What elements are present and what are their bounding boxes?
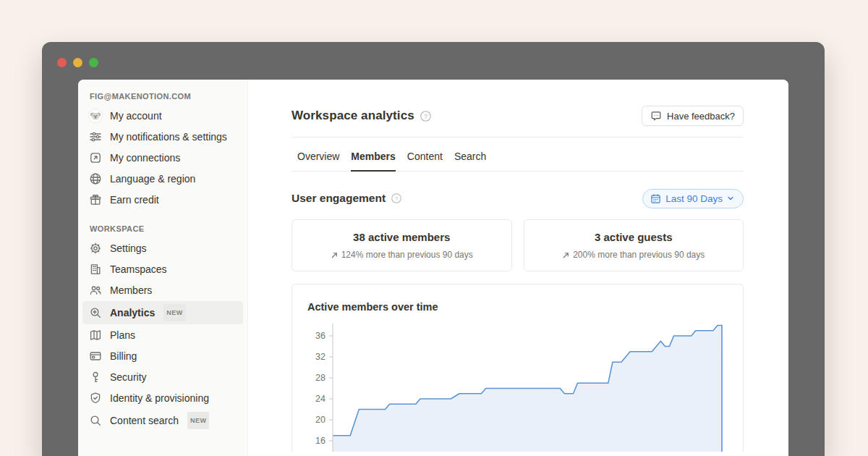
shield-check-icon: [88, 391, 103, 405]
minimize-button[interactable]: [73, 58, 82, 67]
new-badge: NEW: [163, 304, 186, 321]
koala-avatar-icon: [88, 109, 103, 123]
stat-value: 3 active guests: [532, 230, 736, 245]
sidebar-item-label: Settings: [110, 241, 147, 256]
tab-content[interactable]: Content: [407, 138, 443, 172]
sliders-icon: [88, 130, 103, 144]
account-menu: My accountMy notifications & settingsMy …: [78, 106, 247, 210]
sidebar-item-label: My account: [110, 109, 162, 123]
y-axis-tick-label: 32: [315, 352, 326, 362]
date-range-dropdown[interactable]: Last 90 Days: [642, 189, 744, 208]
sidebar-item-label: Earn credit: [110, 193, 159, 207]
engagement-header: User engagement ? Last 90 Days: [292, 187, 744, 209]
page-header: Workspace analytics ? Have feedback?: [292, 106, 744, 126]
svg-text:?: ?: [395, 195, 399, 202]
y-axis-tick-label: 24: [315, 394, 326, 404]
tab-search[interactable]: Search: [454, 138, 486, 172]
active-members-chart: 162024283236: [292, 322, 742, 452]
tab-overview[interactable]: Overview: [297, 138, 339, 172]
people-icon: [88, 283, 103, 297]
sidebar-item-identity-provisioning[interactable]: Identity & provisioning: [82, 388, 243, 408]
zoom-button[interactable]: [89, 58, 98, 67]
key-icon: [88, 370, 103, 384]
stat-change-text: 200% more than previous 90 days: [573, 250, 705, 260]
stat-value: 38 active members: [299, 230, 504, 245]
stat-change: 124% more than previous 90 days: [299, 250, 504, 260]
chart-title: Active members over time: [307, 299, 743, 315]
sidebar-item-label: Security: [110, 370, 147, 384]
sidebar-item-label: Teamspaces: [110, 262, 167, 276]
gift-icon: [88, 193, 103, 207]
header-divider: [292, 137, 744, 138]
svg-text:?: ?: [424, 112, 427, 119]
calendar-icon: [650, 193, 661, 204]
sidebar-item-members[interactable]: Members: [82, 280, 243, 300]
credit-card-icon: [88, 349, 103, 363]
stat-cards: 38 active members124% more than previous…: [292, 219, 744, 271]
y-axis-tick-label: 36: [315, 331, 326, 341]
sidebar-item-billing[interactable]: Billing: [82, 346, 243, 366]
sidebar-item-label: Content search: [110, 413, 179, 428]
speech-bubble-icon: [650, 110, 662, 122]
stat-card-3-active-guests: 3 active guests200% more than previous 9…: [524, 219, 744, 271]
have-feedback-label: Have feedback?: [667, 111, 735, 122]
magnifier-plus-icon: [88, 305, 103, 320]
gear-icon: [88, 241, 103, 256]
sidebar-item-label: My connections: [110, 151, 180, 165]
stat-change: 200% more than previous 90 days: [532, 250, 736, 260]
tab-members[interactable]: Members: [351, 138, 395, 172]
sidebar-item-earn-credit[interactable]: Earn credit: [82, 190, 243, 210]
sidebar-item-my-connections[interactable]: My connections: [82, 148, 243, 168]
sidebar-item-analytics[interactable]: AnalyticsNEW: [82, 301, 243, 324]
sidebar-item-language-region[interactable]: Language & region: [82, 169, 243, 189]
sidebar-item-label: Billing: [110, 349, 137, 363]
sidebar-item-label: Identity & provisioning: [110, 391, 209, 405]
date-range-label: Last 90 Days: [665, 193, 723, 204]
y-axis-tick-label: 20: [315, 415, 326, 425]
sidebar-item-settings[interactable]: Settings: [82, 238, 243, 258]
have-feedback-button[interactable]: Have feedback?: [642, 106, 744, 126]
map-icon: [88, 328, 103, 342]
workspace-menu: SettingsTeamspacesMembersAnalyticsNEWPla…: [78, 238, 247, 432]
sidebar-item-content-search[interactable]: Content searchNEW: [82, 409, 243, 432]
traffic-lights: [57, 58, 98, 67]
new-badge: NEW: [187, 412, 210, 429]
sidebar-item-my-notifications-settings[interactable]: My notifications & settings: [82, 127, 243, 147]
sidebar-item-teamspaces[interactable]: Teamspaces: [82, 259, 243, 279]
sidebar-item-label: Language & region: [110, 172, 195, 186]
globe-icon: [88, 172, 103, 186]
arrow-up-right-icon: [562, 251, 570, 259]
sidebar-item-my-account[interactable]: My account: [82, 106, 243, 126]
section-title: User engagement: [292, 192, 386, 205]
stat-change-text: 124% more than previous 90 days: [341, 250, 473, 260]
sidebar-item-label: Members: [110, 283, 152, 297]
chart-card: Active members over time 162024283236: [292, 284, 744, 452]
analytics-tabs: OverviewMembersContentSearch: [292, 138, 744, 172]
stat-card-38-active-members: 38 active members124% more than previous…: [292, 219, 512, 271]
account-email-header: FIG@MAKENOTION.COM: [78, 89, 247, 105]
help-icon[interactable]: ?: [420, 111, 431, 122]
workspace-header: WORKSPACE: [78, 221, 247, 237]
y-axis-tick-label: 16: [315, 436, 326, 446]
settings-panel: FIG@MAKENOTION.COM My accountMy notifica…: [78, 80, 788, 456]
help-icon[interactable]: ?: [391, 193, 401, 203]
sidebar-item-label: My notifications & settings: [110, 130, 227, 144]
app-window: FIG@MAKENOTION.COM My accountMy notifica…: [42, 42, 825, 456]
main-content: Workspace analytics ? Have feedback? Ove…: [248, 80, 788, 456]
y-axis-tick-label: 28: [315, 373, 326, 383]
sidebar-item-security[interactable]: Security: [82, 367, 243, 387]
chevron-down-icon: [727, 195, 734, 202]
settings-sidebar: FIG@MAKENOTION.COM My accountMy notifica…: [78, 80, 248, 456]
window-titlebar: [42, 42, 825, 80]
close-button[interactable]: [57, 58, 67, 67]
sidebar-item-label: Plans: [110, 328, 135, 342]
sidebar-item-label: Analytics: [110, 305, 155, 320]
magnifier-icon: [88, 413, 103, 428]
building-icon: [88, 262, 103, 276]
sidebar-item-plans[interactable]: Plans: [82, 325, 243, 345]
page-title: Workspace analytics: [292, 109, 414, 123]
arrow-out-box-icon: [88, 151, 103, 165]
arrow-up-right-icon: [331, 251, 339, 259]
